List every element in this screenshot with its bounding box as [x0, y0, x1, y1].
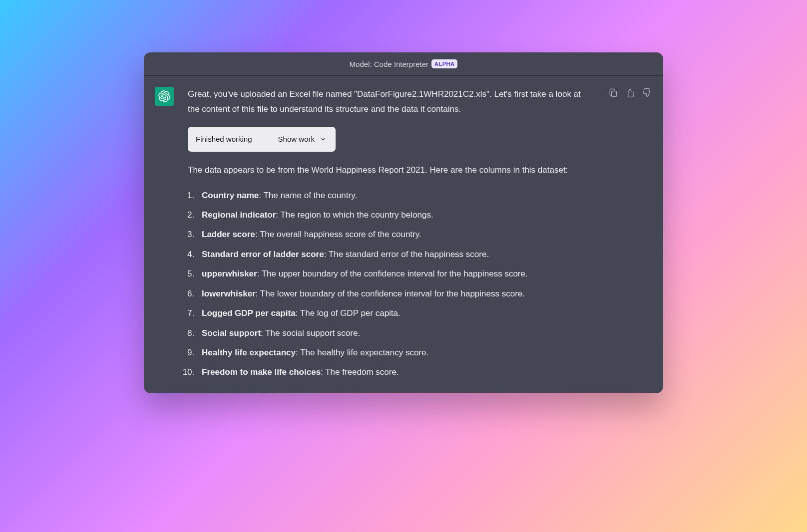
intro-paragraph: Great, you've uploaded an Excel file nam… [188, 87, 591, 117]
chevron-down-icon [320, 136, 327, 143]
assistant-message: Great, you've uploaded an Excel file nam… [144, 76, 663, 393]
openai-logo-icon [158, 90, 170, 102]
copy-icon [608, 88, 618, 98]
message-actions [608, 87, 652, 384]
alpha-badge: ALPHA [431, 59, 457, 68]
model-label: Model: Code Interpreter [350, 60, 428, 68]
summary-paragraph: The data appears to be from the World Ha… [188, 163, 591, 178]
assistant-avatar [155, 87, 174, 106]
list-item: Ladder score: The overall happiness scor… [197, 227, 591, 242]
columns-list: Country name: The name of the country. R… [188, 188, 591, 380]
copy-button[interactable] [608, 88, 618, 98]
thumbs-down-button[interactable] [642, 88, 652, 98]
show-work-toggle[interactable]: Finished working Show work [188, 127, 336, 152]
list-item: Healthy life expectancy: The healthy lif… [197, 345, 591, 360]
list-item: Regional indicator: The region to which … [197, 207, 591, 223]
list-item: Standard error of ladder score: The stan… [197, 247, 591, 262]
list-item: lowerwhisker: The lower boundary of the … [197, 286, 591, 301]
svg-rect-0 [612, 91, 617, 97]
chat-panel: Model: Code Interpreter ALPHA Great, you… [144, 52, 663, 393]
list-item: Logged GDP per capita: The log of GDP pe… [197, 305, 591, 321]
thumbs-up-button[interactable] [625, 88, 635, 98]
message-content: Great, you've uploaded an Excel file nam… [188, 87, 594, 384]
work-status: Finished working [196, 133, 252, 146]
list-item: Country name: The name of the country. [197, 188, 591, 203]
thumbs-up-icon [625, 88, 635, 98]
list-item: Freedom to make life choices: The freedo… [197, 364, 591, 380]
show-work-label: Show work [278, 133, 327, 146]
thumbs-down-icon [642, 88, 652, 98]
model-header: Model: Code Interpreter ALPHA [144, 52, 663, 76]
list-item: upperwhisker: The upper boundary of the … [197, 266, 591, 281]
list-item: Social support: The social support score… [197, 325, 591, 341]
